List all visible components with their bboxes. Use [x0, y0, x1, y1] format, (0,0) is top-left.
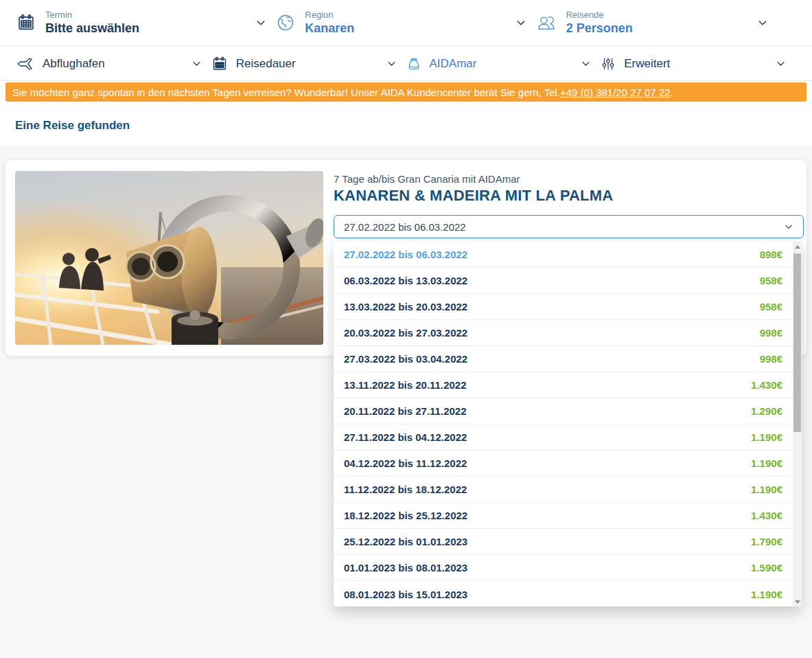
- filter-label: Erweitert: [624, 57, 670, 71]
- filter-region[interactable]: Region Kanaren: [276, 0, 535, 45]
- filter-value: Kanaren: [305, 21, 354, 36]
- chevron-down-icon: [515, 17, 526, 28]
- trip-subtitle: 7 Tage ab/bis Gran Canaria mit AIDAmar: [334, 173, 520, 185]
- filter-erweitert[interactable]: Erweitert: [601, 47, 796, 80]
- filter-bar-primary: Termin Bitte auswählen Region Kanaren: [0, 0, 812, 46]
- filter-label: Region: [305, 10, 354, 21]
- option-price: 1.190€: [751, 484, 782, 495]
- dropdown-scrollbar[interactable]: [793, 242, 802, 606]
- calendar-icon: [16, 13, 36, 32]
- option-dates: 27.02.2022 bis 06.03.2022: [344, 249, 467, 260]
- sliders-icon: [601, 56, 616, 72]
- filter-bar-secondary: Abflughafen Reisedauer: [0, 47, 812, 81]
- filter-reisende[interactable]: Reisende 2 Personen: [536, 0, 796, 45]
- option-dates: 13.03.2022 bis 20.03.2022: [344, 301, 467, 313]
- calendar-range-icon: [211, 56, 228, 72]
- date-option-list: 27.02.2022 bis 06.03.2022 898€ 06.03.202…: [334, 242, 793, 606]
- globe-icon: [276, 13, 295, 32]
- option-price: 998€: [760, 327, 782, 339]
- option-dates: 11.12.2022 bis 18.12.2022: [344, 484, 467, 495]
- option-price: 1.190€: [751, 431, 782, 443]
- date-option[interactable]: 11.12.2022 bis 18.12.2022 1.190€: [334, 477, 793, 503]
- option-dates: 06.03.2022 bis 13.03.2022: [344, 275, 467, 286]
- date-option[interactable]: 20.11.2022 bis 27.11.2022 1.290€: [334, 398, 793, 424]
- filter-abflughafen[interactable]: Abflughafen: [16, 47, 211, 80]
- option-dates: 01.01.2023 bis 08.01.2023: [344, 562, 467, 574]
- option-dates: 04.12.2022 bis 11.12.2022: [344, 457, 467, 469]
- option-dates: 20.11.2022 bis 27.11.2022: [344, 405, 467, 417]
- option-dates: 13.11.2022 bis 20.11.2022: [344, 379, 467, 391]
- date-option[interactable]: 06.03.2022 bis 13.03.2022 958€: [334, 268, 793, 294]
- chevron-down-icon: [784, 222, 793, 231]
- phone-link[interactable]: +49 (0) 381/20 27 07 22: [560, 87, 671, 98]
- date-option[interactable]: 27.02.2022 bis 06.03.2022 898€: [334, 242, 793, 268]
- date-select-value: 27.02.2022 bis 06.03.2022: [344, 221, 466, 233]
- results-heading: Eine Reise gefunden: [15, 119, 130, 133]
- option-price: 898€: [760, 249, 782, 260]
- chevron-down-icon: [776, 58, 786, 69]
- option-price: 998€: [760, 353, 782, 365]
- scroll-up-icon: [795, 245, 800, 249]
- plane-icon: [16, 56, 34, 71]
- date-option[interactable]: 04.12.2022 bis 11.12.2022 1.190€: [334, 451, 793, 477]
- date-option[interactable]: 18.12.2022 bis 25.12.2022 1.430€: [334, 503, 793, 529]
- filter-value: Bitte auswählen: [45, 21, 139, 36]
- filter-reisedauer[interactable]: Reisedauer: [211, 47, 406, 80]
- option-price: 958€: [760, 275, 782, 286]
- option-price: 1.790€: [751, 536, 782, 547]
- date-option[interactable]: 25.12.2022 bis 01.01.2023 1.790€: [334, 529, 793, 555]
- option-price: 1.430€: [751, 510, 782, 521]
- chevron-down-icon: [192, 58, 202, 69]
- scrollbar-thumb[interactable]: [793, 253, 801, 432]
- trip-image: [15, 171, 323, 345]
- chevron-down-icon: [255, 17, 266, 28]
- filter-termin[interactable]: Termin Bitte auswählen: [16, 0, 276, 45]
- trip-title: KANAREN & MADEIRA MIT LA PALMA: [334, 187, 613, 205]
- filter-label: Reisende: [566, 10, 633, 21]
- date-option[interactable]: 08.01.2023 bis 15.01.2023 1.190€: [334, 581, 793, 607]
- ship-funnel-icon: [406, 56, 421, 72]
- date-dropdown: 27.02.2022 bis 06.03.2022 898€ 06.03.202…: [334, 242, 802, 606]
- option-price: 958€: [760, 301, 782, 313]
- chevron-down-icon: [386, 58, 397, 69]
- date-select[interactable]: 27.02.2022 bis 06.03.2022: [334, 215, 804, 238]
- option-dates: 27.03.2022 bis 03.04.2022: [344, 353, 467, 365]
- option-dates: 27.11.2022 bis 04.12.2022: [344, 431, 467, 443]
- filter-schiff[interactable]: AIDAmar: [406, 47, 601, 80]
- chevron-down-icon: [757, 17, 768, 28]
- chevron-down-icon: [581, 58, 591, 69]
- option-price: 1.430€: [751, 379, 782, 391]
- filter-label: Reisedauer: [236, 57, 296, 71]
- option-dates: 18.12.2022 bis 25.12.2022: [344, 510, 467, 521]
- scroll-up-button[interactable]: [793, 242, 802, 251]
- option-dates: 25.12.2022 bis 01.01.2023: [344, 536, 467, 547]
- option-dates: 20.03.2022 bis 27.03.2022: [344, 327, 467, 339]
- option-dates: 08.01.2023 bis 15.01.2023: [344, 589, 467, 600]
- date-option[interactable]: 27.03.2022 bis 03.04.2022 998€: [334, 346, 793, 372]
- filter-label: Termin: [45, 10, 139, 21]
- scroll-down-icon: [795, 600, 800, 604]
- date-option[interactable]: 13.11.2022 bis 20.11.2022 1.430€: [334, 372, 793, 398]
- date-option[interactable]: 20.03.2022 bis 27.03.2022 998€: [334, 320, 793, 346]
- banner-suffix: .: [671, 87, 673, 98]
- date-option[interactable]: 27.11.2022 bis 04.12.2022 1.190€: [334, 424, 793, 451]
- scroll-down-button[interactable]: [793, 597, 802, 606]
- travelers-icon: [536, 13, 557, 32]
- date-option[interactable]: 01.01.2023 bis 08.01.2023 1.590€: [334, 555, 793, 581]
- option-price: 1.290€: [751, 405, 782, 417]
- date-option[interactable]: 13.03.2022 bis 20.03.2022 958€: [334, 294, 793, 320]
- filter-label: Abflughafen: [43, 57, 105, 71]
- search-results-page: Termin Bitte auswählen Region Kanaren: [0, 0, 812, 658]
- banner-text: Sie möchten ganz spontan in den nächsten…: [12, 87, 560, 98]
- filter-value: AIDAmar: [430, 57, 477, 71]
- option-price: 1.190€: [751, 457, 782, 469]
- option-price: 1.590€: [751, 562, 782, 574]
- info-banner: Sie möchten ganz spontan in den nächsten…: [5, 82, 807, 102]
- option-price: 1.190€: [751, 589, 782, 600]
- filter-value: 2 Personen: [566, 21, 633, 36]
